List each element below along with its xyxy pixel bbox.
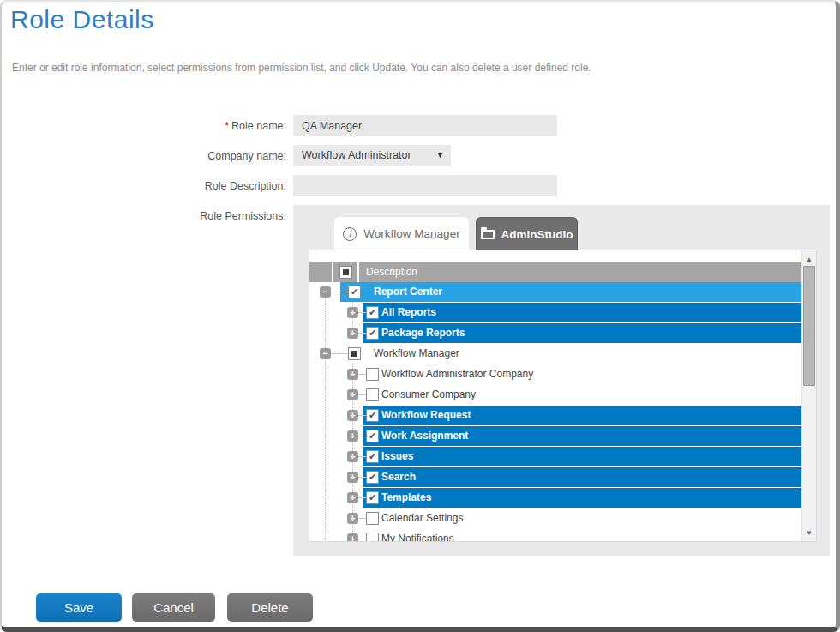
permissions-tree-panel: Description −✔Report Center+✔All Reports… [309, 250, 817, 542]
tree-row-label: Work Assignment [381, 430, 468, 442]
tab-workflow-manager-label: Workflow Manager [363, 227, 459, 240]
tab-workflow-manager[interactable]: i Workflow Manager [334, 217, 469, 250]
tree-row[interactable]: +My Notifications [309, 529, 801, 541]
row-checkbox[interactable] [366, 368, 379, 381]
tree-row[interactable]: +✔All Reports [309, 303, 801, 322]
page-description: Enter or edit role information, select p… [12, 62, 591, 74]
tree-row-label: Templates [381, 491, 431, 503]
scrollbar-thumb[interactable] [803, 266, 815, 386]
row-checkbox[interactable]: ✔ [348, 286, 361, 298]
tree-row-label: Report Center [374, 286, 442, 298]
row-checkbox[interactable]: ✔ [366, 327, 379, 340]
expand-icon[interactable]: + [347, 451, 358, 462]
tab-adminstudio[interactable]: AdminStudio [476, 217, 578, 250]
row-checkbox[interactable] [348, 347, 361, 360]
tree-row[interactable]: −✔Report Center [309, 282, 801, 302]
save-button[interactable]: Save [36, 593, 122, 622]
expand-icon[interactable]: + [347, 430, 358, 442]
row-checkbox[interactable]: ✔ [366, 306, 379, 319]
open-folder-icon [481, 230, 495, 239]
scroll-up-icon[interactable]: ▲ [802, 252, 816, 266]
tree-row[interactable]: +✔Work Assignment [309, 426, 801, 446]
role-permissions-panel: i Workflow Manager AdminStudio Descripti… [293, 205, 830, 556]
collapse-icon[interactable]: − [320, 286, 331, 298]
row-checkbox[interactable]: ✔ [366, 430, 379, 442]
row-checkbox[interactable] [366, 512, 379, 525]
info-icon: i [343, 227, 357, 241]
tree-header-expander-column [309, 262, 333, 282]
scroll-down-icon[interactable]: ▼ [802, 526, 816, 539]
tree-row-label: Workflow Request [381, 409, 471, 421]
tree-row[interactable]: +✔Package Reports [309, 323, 801, 343]
tree-row-label: Package Reports [381, 327, 465, 339]
role-name-input[interactable] [293, 115, 557, 136]
role-permissions-label: Role Permissions: [12, 210, 286, 222]
required-asterisk: * [225, 120, 229, 132]
row-checkbox[interactable]: ✔ [366, 450, 379, 463]
tree-row-label: Calendar Settings [381, 512, 463, 524]
chevron-down-icon: ▼ [436, 151, 444, 160]
page-title: Role Details [10, 5, 154, 34]
tree-row-label: All Reports [381, 306, 436, 318]
expand-icon[interactable]: + [347, 328, 358, 339]
row-checkbox[interactable] [366, 388, 379, 401]
description-column-header: Description [359, 266, 801, 278]
tree-row-label: Issues [381, 450, 413, 462]
delete-button[interactable]: Delete [227, 593, 313, 622]
tree-row[interactable]: +✔Workflow Request [309, 406, 801, 425]
row-highlight-bar [363, 447, 801, 466]
tree-row-label: My Notifications [381, 533, 454, 541]
tree-row[interactable]: +✔Issues [309, 447, 801, 466]
role-name-label: *Role name: [12, 120, 286, 132]
company-name-select[interactable]: Workflow Administrator ▼ [293, 145, 451, 166]
tree-row-label: Workflow Manager [374, 347, 459, 359]
vertical-scrollbar[interactable]: ▲ ▼ [801, 250, 816, 541]
cancel-button[interactable]: Cancel [132, 593, 215, 622]
tree-body: −✔Report Center+✔All Reports+✔Package Re… [309, 282, 801, 541]
tree-row[interactable]: +✔Search [309, 467, 801, 487]
tree-row-label: Search [381, 471, 416, 483]
role-description-input[interactable] [293, 175, 557, 196]
company-name-label: Company name: [12, 150, 286, 162]
row-highlight-bar [363, 467, 801, 487]
role-details-page: Role Details Enter or edit role informat… [0, 0, 840, 632]
expand-icon[interactable]: + [347, 307, 358, 318]
expand-icon[interactable]: + [347, 472, 358, 483]
tree-row[interactable]: +✔Templates [309, 488, 801, 508]
company-name-value: Workflow Administrator [302, 149, 436, 161]
expand-icon[interactable]: + [347, 410, 358, 421]
tab-adminstudio-label: AdminStudio [501, 228, 573, 241]
row-checkbox[interactable]: ✔ [366, 491, 379, 504]
tree-row[interactable]: +Consumer Company [309, 385, 801, 405]
tree-row[interactable]: +Calendar Settings [309, 509, 801, 528]
tree-row-label: Workflow Administrator Company [381, 368, 533, 380]
row-checkbox[interactable]: ✔ [366, 471, 379, 484]
row-checkbox[interactable] [366, 533, 379, 541]
select-all-checkbox[interactable] [339, 266, 352, 279]
role-description-label: Role Description: [12, 180, 286, 192]
expand-icon[interactable]: + [347, 389, 358, 400]
row-checkbox[interactable]: ✔ [366, 409, 379, 422]
expand-icon[interactable]: + [347, 513, 358, 524]
collapse-icon[interactable]: − [320, 348, 331, 359]
tree-row[interactable]: +Workflow Administrator Company [309, 364, 801, 384]
expand-icon[interactable]: + [347, 533, 358, 541]
tree-row-label: Consumer Company [381, 388, 476, 400]
tree-row[interactable]: −Workflow Manager [309, 344, 801, 364]
expand-icon[interactable]: + [347, 492, 358, 503]
expand-icon[interactable]: + [347, 369, 358, 380]
tree-header-row: Description [309, 262, 801, 282]
